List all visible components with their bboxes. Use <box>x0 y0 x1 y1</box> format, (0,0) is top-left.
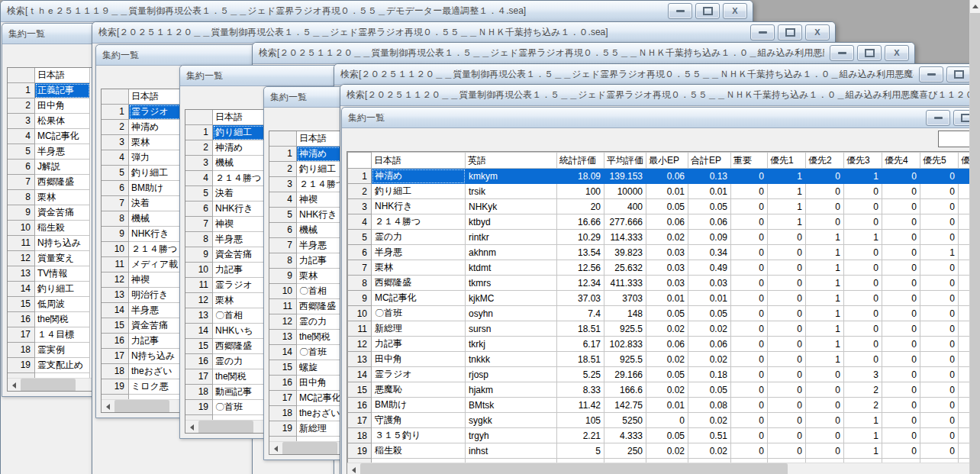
cell[interactable]: 139.153 <box>604 169 646 184</box>
japanese-cell[interactable]: 神禊 <box>213 217 268 232</box>
list-item[interactable]: 19霊支配止め <box>8 358 92 373</box>
scrollbar-thumb[interactable] <box>198 421 253 434</box>
list-item[interactable]: 13明治行き <box>102 288 185 303</box>
cell[interactable]: 新総理 <box>372 321 466 337</box>
cell[interactable]: 0.06 <box>646 214 688 230</box>
cell[interactable]: 0 <box>806 184 844 199</box>
japanese-cell[interactable]: 資金苦痛 <box>35 205 90 221</box>
cell[interactable]: 西郷隆盛 <box>372 276 466 291</box>
cell[interactable]: 0 <box>844 214 882 230</box>
cell[interactable]: 5 <box>557 443 604 459</box>
cell[interactable]: 0 <box>882 428 920 443</box>
japanese-cell[interactable]: 稲生殺 <box>35 221 90 236</box>
cell[interactable]: 18.09 <box>557 169 604 184</box>
list-item[interactable]: 4弾力 <box>102 150 185 166</box>
list-item[interactable]: 16the関税 <box>8 312 92 327</box>
cell[interactable]: 0.02 <box>646 230 688 245</box>
cell[interactable]: 20 <box>557 199 604 214</box>
cell[interactable]: 0 <box>920 443 959 459</box>
cell[interactable]: 100 <box>557 184 604 199</box>
cell[interactable]: rintkr <box>466 230 557 245</box>
cell[interactable]: sursn <box>466 321 557 337</box>
cell[interactable]: NHK行き <box>372 199 466 214</box>
cell[interactable]: 3703 <box>604 291 646 306</box>
list-item[interactable]: 6NHK行き <box>185 202 269 217</box>
list-item[interactable]: 17１４目標 <box>8 327 92 343</box>
japanese-cell[interactable]: 弾力 <box>129 150 184 166</box>
cell[interactable]: 0.01 <box>688 184 731 199</box>
cell[interactable]: 0 <box>882 367 920 382</box>
cell[interactable]: 0 <box>768 382 806 398</box>
cell[interactable]: 半身悪 <box>372 245 466 260</box>
japanese-cell[interactable]: 神清め <box>129 120 184 135</box>
cell[interactable]: 0 <box>768 367 806 382</box>
cell[interactable]: 0.09 <box>688 230 731 245</box>
cell[interactable]: 0 <box>844 260 882 276</box>
list-item[interactable]: 16霊の力 <box>185 354 269 369</box>
japanese-cell[interactable]: J解説 <box>35 160 90 175</box>
cell[interactable]: ３１５釣り <box>372 428 466 443</box>
horizontal-scrollbar[interactable] <box>102 399 185 413</box>
column-header[interactable]: 優先4 <box>882 153 920 169</box>
close-button[interactable]: X <box>805 24 830 40</box>
cell[interactable]: 悪魔恥 <box>372 382 466 398</box>
cell[interactable]: 0 <box>920 428 959 443</box>
cell[interactable]: 0.06 <box>646 337 688 352</box>
cell[interactable]: 力記事 <box>372 337 466 352</box>
cell[interactable]: 0 <box>844 291 882 306</box>
minimize-button[interactable] <box>668 3 692 19</box>
table-row[interactable]: 16BM助けBMtsk11.42142.750.010.08000200 <box>348 398 972 413</box>
japanese-cell[interactable]: TV情報 <box>35 266 90 282</box>
cell[interactable]: 1 <box>920 245 959 260</box>
column-header[interactable]: 優先5 <box>920 153 959 169</box>
japanese-cell[interactable]: 釣り細工 <box>129 166 184 181</box>
japanese-cell[interactable]: ミロク悪 <box>129 379 184 395</box>
cell[interactable]: 0 <box>882 214 920 230</box>
cell[interactable]: 1 <box>806 245 844 260</box>
cell[interactable]: 1 <box>806 306 844 321</box>
cell[interactable]: 0 <box>731 443 768 459</box>
cell[interactable]: 0 <box>920 352 959 367</box>
cell[interactable]: kmkym <box>466 169 557 184</box>
cell[interactable]: 1 <box>806 291 844 306</box>
cell[interactable]: 0 <box>920 260 959 276</box>
japanese-cell[interactable]: 神清め <box>213 140 268 156</box>
japanese-cell[interactable]: 田中角 <box>35 98 90 114</box>
cell[interactable]: 0 <box>920 382 959 398</box>
japanese-cell[interactable]: 霊の力 <box>213 354 268 369</box>
table-row[interactable]: 11新総理sursn18.51925.50.020.02001000 <box>348 321 972 337</box>
cell[interactable]: 0.05 <box>646 428 688 443</box>
table-row[interactable]: 4２１４勝つktbyd16.66277.6660.060.06010000 <box>348 214 972 230</box>
cell[interactable]: 0 <box>806 428 844 443</box>
cell[interactable]: 0 <box>920 230 959 245</box>
cell[interactable]: 0 <box>882 398 920 413</box>
maximize-button[interactable] <box>778 24 802 40</box>
cell[interactable]: 0 <box>731 352 768 367</box>
list-item[interactable]: 15資金苦痛 <box>102 318 185 334</box>
scrollbar-thumb[interactable] <box>360 463 788 474</box>
cell[interactable]: 0 <box>768 413 806 428</box>
list-item[interactable]: 15低周波 <box>8 297 92 312</box>
japanese-cell[interactable]: 西郷隆盛 <box>213 339 268 354</box>
cell[interactable]: 田中角 <box>372 352 466 367</box>
cell[interactable]: 0 <box>768 352 806 367</box>
japanese-cell[interactable]: ２１４勝つ <box>213 171 268 186</box>
column-header[interactable]: 最小EP <box>646 153 688 169</box>
table-row[interactable]: 7栗林ktdmt12.5625.6320.030.49001000 <box>348 260 972 276</box>
cell[interactable]: 925.5 <box>604 321 646 337</box>
table-row[interactable]: 17守護角sygkk105525000.02000100 <box>348 413 972 428</box>
japanese-cell[interactable]: 決着 <box>129 196 184 211</box>
cell[interactable]: 0 <box>920 306 959 321</box>
list-item[interactable]: 12神禊 <box>102 272 185 288</box>
cell[interactable]: 250 <box>604 443 646 459</box>
vertical-scrollbar[interactable] <box>969 0 980 474</box>
cell[interactable]: 4.333 <box>604 428 646 443</box>
cell[interactable]: 16.66 <box>557 214 604 230</box>
cell[interactable]: 0 <box>844 352 882 367</box>
japanese-cell[interactable]: 霊ラジオ <box>213 278 268 293</box>
list-item[interactable]: 2神清め <box>102 120 185 135</box>
cell[interactable]: 29.166 <box>604 367 646 382</box>
cell[interactable]: 1 <box>806 352 844 367</box>
japanese-cell[interactable]: 栗林 <box>129 135 184 150</box>
cell[interactable]: 0 <box>882 382 920 398</box>
